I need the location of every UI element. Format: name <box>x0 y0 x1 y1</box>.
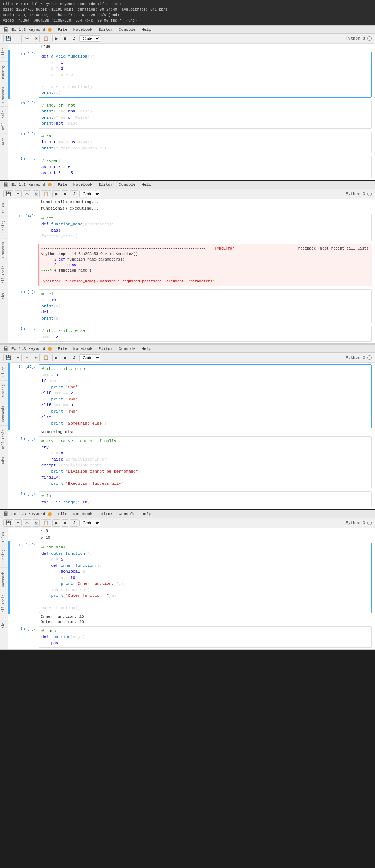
cell-type-select-3[interactable]: Code <box>79 354 100 361</box>
dot-indicator-1 <box>48 28 52 32</box>
sidebar-tab-files-1[interactable]: Files <box>0 44 8 61</box>
menu-notebook-4[interactable]: Notebook <box>73 512 93 516</box>
menu-help-3[interactable]: Help <box>141 347 151 351</box>
sidebar-tab-tabs-2[interactable]: Tabs <box>0 289 8 305</box>
stop-btn-4[interactable]: ■ <box>62 519 68 527</box>
code-1-2[interactable]: # and, or, not print(True and False) pri… <box>39 101 372 129</box>
code-4-1[interactable]: # nonlocal def outer_function(): a = 5 d… <box>39 543 372 613</box>
save-btn-1[interactable]: 💾 <box>3 35 13 42</box>
copy-btn-2[interactable]: ⎘ <box>33 190 40 197</box>
menu-editor-2[interactable]: Editor <box>99 182 113 187</box>
cell-type-select-4[interactable]: Code <box>79 520 100 526</box>
stop-btn-1[interactable]: ■ <box>62 35 68 42</box>
sidebar-tab-celltools-3[interactable]: Cell Tools <box>0 425 8 453</box>
code-1-3[interactable]: # as import math as myMath print(myMath.… <box>39 132 372 154</box>
sidebar-tab-commands-3[interactable]: Commands <box>0 402 8 425</box>
sidebar-tab-running-2[interactable]: Running <box>0 217 8 238</box>
sidebar-tab-commands-2[interactable]: Commands <box>0 238 8 261</box>
menu-notebook-3[interactable]: Notebook <box>73 347 93 351</box>
code-2-3[interactable]: # if...elif...else num = 2 <box>39 326 372 342</box>
stop-btn-3[interactable]: ■ <box>62 354 68 361</box>
toolbar-2: 💾 + ✂ ⎘ 📋 ▶ ■ ↺ Code Python 3 <box>0 189 375 199</box>
paste-btn-3[interactable]: 📋 <box>41 354 51 361</box>
menu-file-2[interactable]: File <box>57 182 67 187</box>
code-3-3[interactable]: # for for i in range(1,10): <box>39 491 372 507</box>
cut-btn-2[interactable]: ✂ <box>23 190 31 197</box>
sidebar-tab-running-3[interactable]: Running <box>0 380 8 402</box>
cell-type-select-2[interactable]: Code <box>79 191 100 197</box>
code-1-1[interactable]: def a_void_function(): a = 1 b = 2 c = a… <box>39 52 372 98</box>
titlebar-2: 📓 Ex 1.3 Keyword File Notebook Editor Co… <box>0 181 375 189</box>
menu-editor-1[interactable]: Editor <box>99 27 113 32</box>
copy-btn-4[interactable]: ⎘ <box>33 519 40 527</box>
sidebar-tab-commands-1[interactable]: Commands <box>0 83 8 106</box>
menu-help-2[interactable]: Help <box>141 182 151 187</box>
sidebar-tab-tabs-1[interactable]: Tabs <box>0 134 8 149</box>
save-btn-3[interactable]: 💾 <box>3 354 13 361</box>
sidebar-tab-celltools-4[interactable]: Cell Tools <box>0 591 8 618</box>
menu-console-4[interactable]: Console <box>119 512 135 516</box>
run-btn-2[interactable]: ▶ <box>52 190 60 197</box>
restart-btn-4[interactable]: ↺ <box>70 519 78 527</box>
restart-btn-1[interactable]: ↺ <box>70 35 78 42</box>
code-3-1[interactable]: # if...elif...else num = 3 if num == 1: … <box>39 364 372 428</box>
menu-console-2[interactable]: Console <box>119 182 135 187</box>
code-2-2[interactable]: # del a = 10 print(a) del a print(a) <box>39 289 372 324</box>
cut-btn-4[interactable]: ✂ <box>23 519 31 527</box>
copy-btn-3[interactable]: ⎘ <box>33 354 40 361</box>
save-btn-4[interactable]: 💾 <box>3 519 13 527</box>
sidebar-tab-files-4[interactable]: Files <box>0 528 8 546</box>
kernel-info-4: Python 3 <box>346 521 372 525</box>
run-btn-4[interactable]: ▶ <box>52 519 60 527</box>
paste-btn-1[interactable]: 📋 <box>41 35 51 42</box>
cell-type-select-1[interactable]: Code <box>79 35 100 42</box>
restart-btn-3[interactable]: ↺ <box>70 354 78 361</box>
menu-file-4[interactable]: File <box>57 512 67 516</box>
add-cell-btn-2[interactable]: + <box>15 190 22 197</box>
menu-file-1[interactable]: File <box>57 27 67 32</box>
sidebar-tab-celltools-1[interactable]: Cell Tools <box>0 106 8 134</box>
code-4-2[interactable]: # pass def function(args): pass <box>39 626 372 648</box>
menu-console-1[interactable]: Console <box>119 27 135 32</box>
kernel-name-2: Python 3 <box>346 192 365 196</box>
add-cell-btn-1[interactable]: + <box>15 35 22 42</box>
menu-console-3[interactable]: Console <box>119 347 135 351</box>
add-cell-btn-4[interactable]: + <box>15 519 22 527</box>
save-btn-2[interactable]: 💾 <box>3 190 13 197</box>
code-1-4[interactable]: # assert assert 5 > 5 assert 5 == 5 <box>39 156 372 178</box>
run-btn-1[interactable]: ▶ <box>52 35 60 42</box>
copy-btn-1[interactable]: ⎘ <box>33 35 40 42</box>
stop-btn-2[interactable]: ■ <box>62 190 68 197</box>
sidebar-tab-commands-4[interactable]: Commands <box>0 567 8 591</box>
restart-btn-2[interactable]: ↺ <box>70 190 78 197</box>
prompt-4-2: In [ ]: <box>10 626 39 648</box>
cut-btn-1[interactable]: ✂ <box>23 35 31 42</box>
cell-2-3: In [ ]: # if...elif...else num = 2 <box>8 325 375 343</box>
code-3-2[interactable]: # try...raise...catch...finally try: x =… <box>39 436 372 488</box>
sidebar-tab-running-1[interactable]: Running <box>0 61 8 83</box>
code-2-1[interactable]: # def def function_name(parameters): pas… <box>39 214 372 241</box>
menu-notebook-1[interactable]: Notebook <box>73 27 93 32</box>
kernel-status-circle-2 <box>367 192 372 196</box>
sidebar-tab-files-2[interactable]: Files <box>0 199 8 217</box>
menu-notebook-2[interactable]: Notebook <box>73 182 93 187</box>
sidebar-tab-running-4[interactable]: Running <box>0 546 8 567</box>
add-cell-btn-3[interactable]: + <box>15 354 22 361</box>
cut-btn-3[interactable]: ✂ <box>23 354 31 361</box>
menu-help-4[interactable]: Help <box>141 512 151 516</box>
sidebar-tab-tabs-3[interactable]: Tabs <box>0 453 8 469</box>
prompt-3-1: In [19]: <box>10 364 39 428</box>
cells-area-2: function1() executing... function2() exe… <box>8 199 375 344</box>
paste-btn-2[interactable]: 📋 <box>41 190 51 197</box>
menu-file-3[interactable]: File <box>57 347 67 351</box>
sidebar-tab-tabs-4[interactable]: Tabs <box>0 618 8 634</box>
menu-help-1[interactable]: Help <box>141 27 151 32</box>
run-btn-3[interactable]: ▶ <box>52 354 60 361</box>
sidebar-tab-files-3[interactable]: Files <box>0 363 8 380</box>
cell-2-2: In [ ]: # del a = 10 print(a) del a prin… <box>8 288 375 325</box>
titlebar-3: 📓 Ex 1.3 Keyword File Notebook Editor Co… <box>0 345 375 353</box>
sidebar-tab-celltools-2[interactable]: Cell Tools <box>0 262 8 289</box>
menu-editor-4[interactable]: Editor <box>99 512 113 516</box>
menu-editor-3[interactable]: Editor <box>99 347 113 351</box>
paste-btn-4[interactable]: 📋 <box>41 519 51 527</box>
